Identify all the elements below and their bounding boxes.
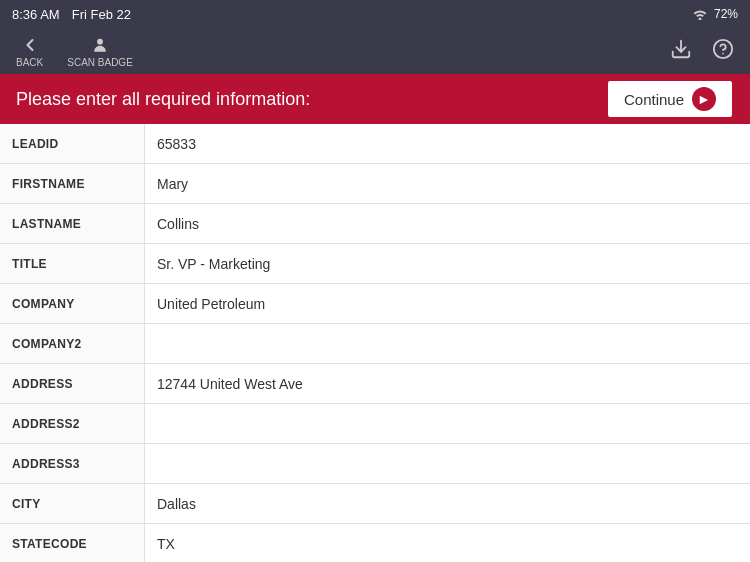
form-row-lastname: LASTNAME xyxy=(0,204,750,244)
form-value-address2[interactable] xyxy=(145,404,750,443)
form-value-address[interactable] xyxy=(145,364,750,403)
help-icon[interactable] xyxy=(712,38,734,64)
form-value-address3[interactable] xyxy=(145,444,750,483)
form-row-title: TITLE xyxy=(0,244,750,284)
nav-bar: BACK SCAN BADGE xyxy=(0,28,750,74)
status-date: Fri Feb 22 xyxy=(72,7,131,22)
form-value-company2[interactable] xyxy=(145,324,750,363)
form-input-title[interactable] xyxy=(157,256,738,272)
nav-right xyxy=(670,38,734,64)
form-row-city: CITY xyxy=(0,484,750,524)
form-row-address3: ADDRESS3 xyxy=(0,444,750,484)
scan-badge-label: SCAN BADGE xyxy=(67,57,133,68)
status-bar: 8:36 AM Fri Feb 22 72% xyxy=(0,0,750,28)
form-input-company[interactable] xyxy=(157,296,738,312)
form-label-title: TITLE xyxy=(0,244,145,283)
status-bar-right: 72% xyxy=(692,7,738,21)
form-label-address3: ADDRESS3 xyxy=(0,444,145,483)
form-label-lastname: LASTNAME xyxy=(0,204,145,243)
form-label-address2: ADDRESS2 xyxy=(0,404,145,443)
form-row-company2: COMPANY2 xyxy=(0,324,750,364)
form-input-company2[interactable] xyxy=(157,336,738,352)
continue-button[interactable]: Continue ► xyxy=(606,79,734,119)
form-label-address: ADDRESS xyxy=(0,364,145,403)
form-row-leadid: LEADID xyxy=(0,124,750,164)
continue-arrow-icon: ► xyxy=(692,87,716,111)
back-button[interactable]: BACK xyxy=(16,35,43,68)
form-row-company: COMPANY xyxy=(0,284,750,324)
status-time: 8:36 AM xyxy=(12,7,60,22)
form-input-firstname[interactable] xyxy=(157,176,738,192)
form-row-firstname: FIRSTNAME xyxy=(0,164,750,204)
form-input-city[interactable] xyxy=(157,496,738,512)
download-icon[interactable] xyxy=(670,38,692,64)
form-container: LEADIDFIRSTNAMELASTNAMETITLECOMPANYCOMPA… xyxy=(0,124,750,562)
form-label-firstname: FIRSTNAME xyxy=(0,164,145,203)
form-input-statecode[interactable] xyxy=(157,536,738,552)
scan-badge-button[interactable]: SCAN BADGE xyxy=(67,35,133,68)
form-row-address2: ADDRESS2 xyxy=(0,404,750,444)
form-value-title[interactable] xyxy=(145,244,750,283)
nav-left: BACK SCAN BADGE xyxy=(16,35,133,68)
form-value-company[interactable] xyxy=(145,284,750,323)
form-input-address2[interactable] xyxy=(157,416,738,432)
form-value-statecode[interactable] xyxy=(145,524,750,562)
form-input-address[interactable] xyxy=(157,376,738,392)
back-label: BACK xyxy=(16,57,43,68)
form-label-company: COMPANY xyxy=(0,284,145,323)
form-value-city[interactable] xyxy=(145,484,750,523)
form-label-company2: COMPANY2 xyxy=(0,324,145,363)
continue-label: Continue xyxy=(624,91,684,108)
form-row-address: ADDRESS xyxy=(0,364,750,404)
wifi-icon xyxy=(692,8,708,20)
form-row-statecode: STATECODE xyxy=(0,524,750,562)
status-bar-left: 8:36 AM Fri Feb 22 xyxy=(12,7,131,22)
form-input-address3[interactable] xyxy=(157,456,738,472)
svg-point-0 xyxy=(97,38,103,44)
form-value-firstname[interactable] xyxy=(145,164,750,203)
battery-level: 72% xyxy=(714,7,738,21)
form-label-statecode: STATECODE xyxy=(0,524,145,562)
form-label-city: CITY xyxy=(0,484,145,523)
form-value-lastname[interactable] xyxy=(145,204,750,243)
form-input-leadid[interactable] xyxy=(157,136,738,152)
form-value-leadid[interactable] xyxy=(145,124,750,163)
form-input-lastname[interactable] xyxy=(157,216,738,232)
header-title: Please enter all required information: xyxy=(16,89,310,110)
header-banner: Please enter all required information: C… xyxy=(0,74,750,124)
form-label-leadid: LEADID xyxy=(0,124,145,163)
